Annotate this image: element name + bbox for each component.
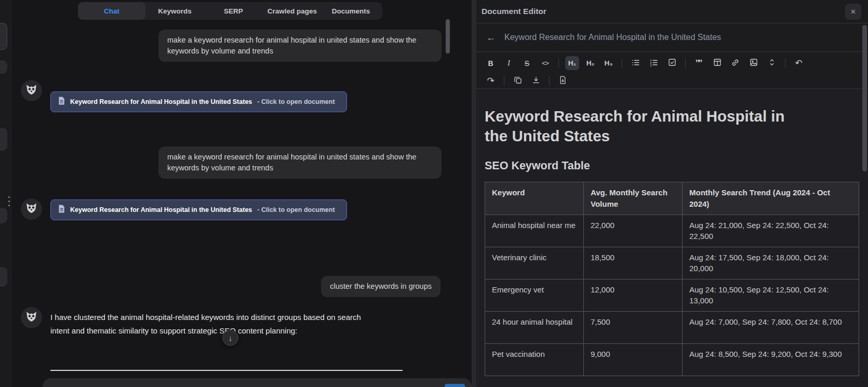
editor-toolbar: B I S <> H₁ H₂ H₃ 123 ”” ↶ (476, 52, 868, 89)
h2-button[interactable]: H₂ (583, 56, 597, 70)
bullet-list-button[interactable] (629, 56, 643, 70)
export-file-icon (559, 76, 567, 86)
toolbar-row-1: B I S <> H₁ H₂ H₃ 123 ”” ↶ (482, 55, 868, 71)
undo-button[interactable]: ↶ (792, 56, 806, 70)
left-rail (0, 0, 11, 387)
table-cell[interactable]: Aug 24: 10,500, Sep 24: 12,500, Oct 24: … (683, 279, 859, 312)
download-button[interactable] (529, 74, 543, 88)
table-button[interactable] (710, 56, 724, 70)
table-cell[interactable]: Aug 24: 17,500, Sep 24: 18,000, Oct 24: … (683, 247, 859, 279)
back-button[interactable]: ← (486, 32, 496, 43)
tab-documents[interactable]: Documents (322, 2, 380, 20)
table-cell[interactable]: Aug 24: 21,000, Sep 24: 22,500, Oct 24: … (683, 215, 859, 247)
tab-keywords[interactable]: Keywords (145, 2, 204, 20)
panel-divider[interactable] (472, 0, 476, 387)
table-cell[interactable]: 18,500 (584, 247, 683, 279)
redo-button[interactable]: ↷ (484, 74, 498, 88)
owl-logo-icon (25, 202, 38, 217)
table-row: 24 hour animal hospital 7,500 Aug 24: 7,… (485, 312, 859, 344)
panel-title: Document Editor (482, 7, 546, 16)
chat-scrollbar-thumb[interactable] (446, 19, 450, 54)
strikethrough-button[interactable]: S (520, 56, 534, 70)
tab-crawled-pages[interactable]: Crawled pages (263, 2, 322, 20)
table-cell[interactable]: 12,000 (584, 279, 683, 312)
toolbar-row-2: ↷ (482, 73, 868, 89)
rail-item[interactable] (0, 23, 7, 50)
document-link-card[interactable]: Keyword Research for Animal Hospital in … (50, 199, 347, 220)
toolbar-separator (558, 59, 559, 68)
user-message: make a keyword research for animal hospi… (158, 146, 442, 179)
table-cell[interactable]: 24 hour animal hospital (485, 312, 584, 344)
editor-header: Document Editor × (476, 0, 868, 23)
rail-item[interactable] (0, 208, 7, 223)
user-message: cluster the keywords in groups (321, 276, 440, 297)
close-button[interactable]: × (845, 4, 861, 20)
table-cell[interactable]: Veterinary clinic (485, 247, 584, 279)
document-canvas[interactable]: Keyword Research for Animal Hospital in … (476, 89, 868, 387)
table-cell[interactable]: Aug 24: 7,000, Sep 24: 7,800, Oct 24: 8,… (683, 312, 859, 344)
document-heading[interactable]: Keyword Research for Animal Hospital in … (485, 106, 802, 146)
document-link-action: - Click to open document (257, 98, 335, 105)
code-button[interactable]: <> (538, 56, 552, 70)
document-editor-panel: Document Editor × ← Keyword Research for… (476, 0, 868, 387)
table-row: Pet vaccination 9,000 Aug 24: 8,500, Sep… (485, 344, 859, 376)
tab-chat[interactable]: Chat (78, 2, 145, 20)
toolbar-separator (549, 76, 550, 86)
scroll-to-bottom-button[interactable]: ↓ (222, 330, 238, 346)
chat-panel: Chat Keywords SERP Crawled pages Documen… (11, 0, 472, 387)
download-icon (532, 76, 540, 86)
italic-button[interactable]: I (502, 56, 516, 70)
owl-logo-icon (25, 310, 38, 325)
table-header-cell[interactable]: Monthly Search Trend (Aug 2024 - Oct 202… (683, 182, 859, 215)
document-icon (58, 97, 65, 107)
task-list-icon (668, 58, 676, 68)
rail-item[interactable] (0, 267, 7, 287)
table-cell[interactable]: 22,000 (584, 215, 683, 247)
app-window: Chat Keywords SERP Crawled pages Documen… (0, 0, 868, 387)
document-icon (58, 205, 65, 215)
task-list-button[interactable] (665, 56, 679, 70)
user-message: make a keyword research for animal hospi… (158, 30, 442, 62)
table-cell[interactable]: 9,000 (584, 344, 683, 376)
editor-scrollbar-thumb[interactable] (862, 25, 867, 171)
bold-button[interactable]: B (484, 56, 498, 70)
link-icon (731, 58, 740, 69)
document-link-action: - Click to open document (257, 206, 335, 213)
table-header-cell[interactable]: Keyword (485, 182, 584, 215)
rail-item[interactable] (0, 128, 7, 151)
send-button[interactable] (445, 384, 465, 387)
export-pdf-button[interactable] (556, 74, 570, 88)
assistant-avatar (21, 307, 42, 328)
chat-input-bar[interactable] (43, 378, 472, 387)
owl-logo-icon (25, 83, 38, 98)
toolbar-separator (622, 59, 622, 68)
image-icon (750, 58, 758, 68)
h1-button[interactable]: H₁ (565, 56, 579, 70)
h3-button[interactable]: H₃ (602, 56, 616, 70)
document-nav-title: Keyword Research for Animal Hospital in … (504, 33, 721, 42)
document-subheading[interactable]: SEO Keyword Table (485, 159, 868, 172)
table-cell[interactable]: Aug 24: 8,500, Sep 24: 9,200, Oct 24: 9,… (683, 344, 859, 376)
table-cell[interactable]: 7,500 (584, 312, 683, 344)
table-icon (713, 58, 722, 68)
image-button[interactable] (746, 56, 760, 70)
table-cell[interactable]: Emergency vet (485, 279, 584, 312)
blockquote-button[interactable]: ”” (692, 56, 706, 70)
table-cell[interactable]: Pet vaccination (485, 344, 584, 376)
toolbar-separator (504, 76, 504, 86)
keyword-table: Keyword Avg. Monthly Search Volume Month… (485, 182, 859, 376)
table-row: Veterinary clinic 18,500 Aug 24: 17,500,… (485, 247, 859, 279)
unfold-arrows-icon (768, 58, 776, 68)
link-button[interactable] (728, 56, 742, 70)
assistant-avatar (21, 198, 42, 220)
tab-serp[interactable]: SERP (204, 2, 263, 20)
table-header-row: Keyword Avg. Monthly Search Volume Month… (485, 182, 859, 215)
rail-item[interactable] (0, 60, 7, 74)
ordered-list-icon: 123 (649, 58, 658, 69)
horizontal-rule-button[interactable] (765, 56, 779, 70)
copy-button[interactable] (511, 74, 525, 88)
ordered-list-button[interactable]: 123 (647, 56, 661, 70)
table-header-cell[interactable]: Avg. Monthly Search Volume (584, 182, 683, 215)
table-cell[interactable]: Animal hospital near me (485, 215, 584, 247)
document-link-card[interactable]: Keyword Research for Animal Hospital in … (50, 91, 347, 112)
